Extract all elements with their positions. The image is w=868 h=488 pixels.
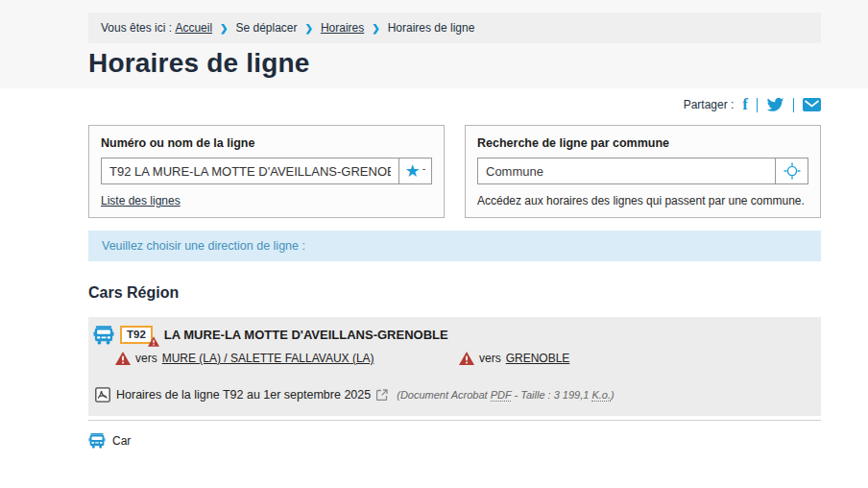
share-label: Partager : xyxy=(684,98,735,111)
direction-label[interactable]: MURE (LA) / SALETTE FALLAVAUX (LA) xyxy=(162,352,374,365)
breadcrumb-link-horaires[interactable]: Horaires xyxy=(321,21,364,35)
legend-row: Car xyxy=(88,432,821,449)
line-result-card: T92 LA MURE-LA MOTTE D'AVEILLANS-GRENOBL… xyxy=(88,317,821,416)
pdf-meta: (Document Acrobat PDF - Taille : 3 199,1… xyxy=(397,389,614,401)
chevron-right-icon: ❯ xyxy=(305,23,313,34)
section-title: Cars Région xyxy=(88,284,821,302)
star-icon: ★ xyxy=(405,162,421,180)
bus-icon xyxy=(93,325,114,345)
pdf-icon xyxy=(95,387,110,403)
direction-link-aller[interactable]: vers MURE (LA) / SALETTE FALLAVAUX (LA) xyxy=(115,352,374,365)
divider xyxy=(88,420,821,421)
chevron-right-icon: ❯ xyxy=(372,23,379,34)
warning-icon xyxy=(459,352,474,365)
commune-search-panel: Recherche de ligne par commune Accédez a… xyxy=(465,125,821,218)
warning-icon xyxy=(148,336,159,347)
breadcrumb-link-accueil[interactable]: Accueil xyxy=(175,21,212,35)
line-search-panel: Numéro ou nom de la ligne ★ - Liste des … xyxy=(88,125,445,218)
email-icon[interactable] xyxy=(803,98,821,111)
line-search-group: ★ - xyxy=(101,158,432,184)
commune-search-group xyxy=(477,158,808,184)
pdf-link[interactable]: Horaires de la ligne T92 au 1er septembr… xyxy=(116,388,371,402)
direction-prefix: vers xyxy=(135,352,157,365)
pdf-document-row: Horaires de la ligne T92 au 1er septembr… xyxy=(95,387,808,403)
direction-label[interactable]: GRENOBLE xyxy=(506,352,570,365)
geolocate-button[interactable] xyxy=(775,159,808,183)
favorite-star-button[interactable]: ★ - xyxy=(398,159,431,183)
share-bar: Partager : f xyxy=(88,95,821,114)
line-header: T92 LA MURE-LA MOTTE D'AVEILLANS-GRENOBL… xyxy=(93,325,808,345)
share-separator xyxy=(793,98,794,112)
twitter-icon[interactable] xyxy=(766,97,784,112)
external-link-icon xyxy=(376,389,388,401)
ko-abbr: K.o. xyxy=(591,389,611,402)
line-search-label: Numéro ou nom de la ligne xyxy=(101,136,432,150)
line-name: LA MURE-LA MOTTE D'AVEILLANS-GRENOBLE xyxy=(164,328,448,342)
direction-link-retour[interactable]: vers GRENOBLE xyxy=(459,352,569,365)
line-search-input[interactable] xyxy=(102,159,398,183)
pdf-abbr: PDF xyxy=(491,389,512,402)
line-badge: T92 xyxy=(120,326,153,344)
chevron-right-icon: ❯ xyxy=(220,23,228,34)
page-title: Horaires de ligne xyxy=(88,48,821,79)
commune-search-label: Recherche de ligne par commune xyxy=(477,136,808,150)
share-separator xyxy=(757,98,758,112)
directions-row: vers MURE (LA) / SALETTE FALLAVAUX (LA) … xyxy=(115,352,808,369)
star-dash: - xyxy=(422,162,426,174)
bus-icon xyxy=(88,432,106,449)
legend-label: Car xyxy=(112,434,131,448)
warning-icon xyxy=(115,352,131,365)
facebook-icon[interactable]: f xyxy=(742,95,748,114)
commune-search-input[interactable] xyxy=(478,159,775,183)
commune-search-help: Accédez aux horaires des lignes qui pass… xyxy=(477,194,808,207)
breadcrumb-item-current: Horaires de ligne xyxy=(388,21,475,35)
direction-prefix: vers xyxy=(479,352,501,365)
direction-notice: Veuillez choisir une direction de ligne … xyxy=(88,231,821,261)
geolocate-icon xyxy=(784,162,801,180)
breadcrumb-item-se-deplacer: Se déplacer xyxy=(235,21,297,35)
search-panels: Numéro ou nom de la ligne ★ - Liste des … xyxy=(88,125,821,218)
line-list-link[interactable]: Liste des lignes xyxy=(101,194,181,207)
breadcrumb: Vous êtes ici : Accueil ❯ Se déplacer ❯ … xyxy=(88,12,821,43)
breadcrumb-prefix: Vous êtes ici : xyxy=(101,21,172,35)
